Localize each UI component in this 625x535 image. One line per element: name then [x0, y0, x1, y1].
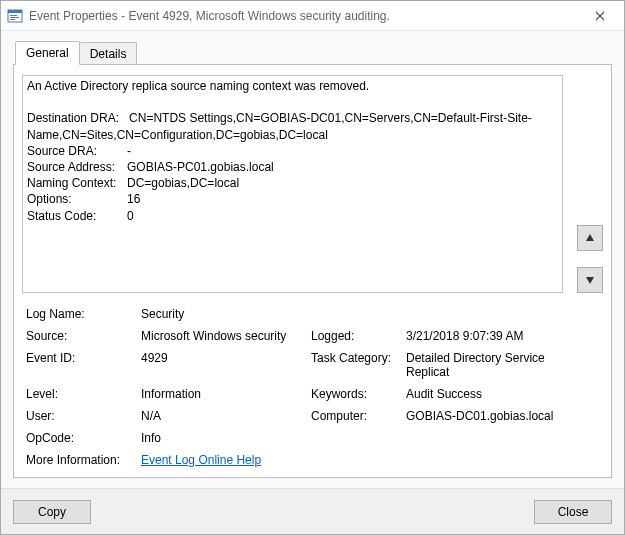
task-category-value: Detailed Directory Service Replicat	[406, 351, 586, 379]
svg-rect-4	[10, 19, 15, 20]
tabstrip: General Details	[13, 41, 612, 65]
naming-ctx-label: Naming Context:	[27, 175, 127, 191]
message-summary: An Active Directory replica source namin…	[27, 79, 369, 93]
more-info-label: More Information:	[26, 453, 141, 467]
next-event-button[interactable]	[577, 267, 603, 293]
logged-value: 3/21/2018 9:07:39 AM	[406, 329, 586, 343]
source-addr-value: GOBIAS-PC01.gobias.local	[127, 159, 558, 175]
tab-general[interactable]: General	[15, 41, 80, 65]
source-addr-label: Source Address:	[27, 159, 127, 175]
naming-ctx-value: DC=gobias,DC=local	[127, 175, 558, 191]
event-properties-window: Event Properties - Event 4929, Microsoft…	[0, 0, 625, 535]
source-dra-value: -	[127, 143, 558, 159]
options-label: Options:	[27, 191, 127, 207]
status-value: 0	[127, 208, 558, 224]
level-value: Information	[141, 387, 311, 401]
event-id-value: 4929	[141, 351, 311, 379]
event-id-label: Event ID:	[26, 351, 141, 379]
opcode-label: OpCode:	[26, 431, 141, 445]
arrow-up-icon	[585, 233, 595, 243]
svg-rect-1	[8, 10, 22, 13]
log-name-label: Log Name:	[26, 307, 141, 321]
keywords-label: Keywords:	[311, 387, 406, 401]
window-title: Event Properties - Event 4929, Microsoft…	[29, 9, 580, 23]
arrow-down-icon	[585, 275, 595, 285]
options-value: 16	[127, 191, 558, 207]
record-nav	[569, 75, 603, 293]
close-icon	[595, 11, 605, 21]
svg-rect-2	[10, 15, 17, 16]
app-icon	[7, 8, 23, 24]
tab-details[interactable]: Details	[80, 42, 138, 65]
keywords-value: Audit Success	[406, 387, 586, 401]
log-name-value: Security	[141, 307, 586, 321]
user-value: N/A	[141, 409, 311, 423]
tabsheet-general: An Active Directory replica source namin…	[13, 64, 612, 478]
source-label: Source:	[26, 329, 141, 343]
dest-dra-label: Destination DRA:	[27, 111, 119, 125]
svg-rect-3	[10, 17, 19, 18]
button-bar: Copy Close	[1, 488, 624, 534]
event-message[interactable]: An Active Directory replica source namin…	[22, 75, 563, 293]
source-dra-label: Source DRA:	[27, 143, 127, 159]
level-label: Level:	[26, 387, 141, 401]
prev-event-button[interactable]	[577, 225, 603, 251]
opcode-value: Info	[141, 431, 586, 445]
client-area: General Details An Active Directory repl…	[1, 31, 624, 488]
event-fields: Log Name: Security Source: Microsoft Win…	[22, 307, 603, 467]
source-value: Microsoft Windows security	[141, 329, 311, 343]
task-category-label: Task Category:	[311, 351, 406, 379]
computer-label: Computer:	[311, 409, 406, 423]
status-label: Status Code:	[27, 208, 127, 224]
online-help-link[interactable]: Event Log Online Help	[141, 453, 261, 467]
user-label: User:	[26, 409, 141, 423]
titlebar: Event Properties - Event 4929, Microsoft…	[1, 1, 624, 31]
copy-button[interactable]: Copy	[13, 500, 91, 524]
close-window-button[interactable]	[580, 2, 620, 30]
close-button[interactable]: Close	[534, 500, 612, 524]
logged-label: Logged:	[311, 329, 406, 343]
computer-value: GOBIAS-DC01.gobias.local	[406, 409, 586, 423]
